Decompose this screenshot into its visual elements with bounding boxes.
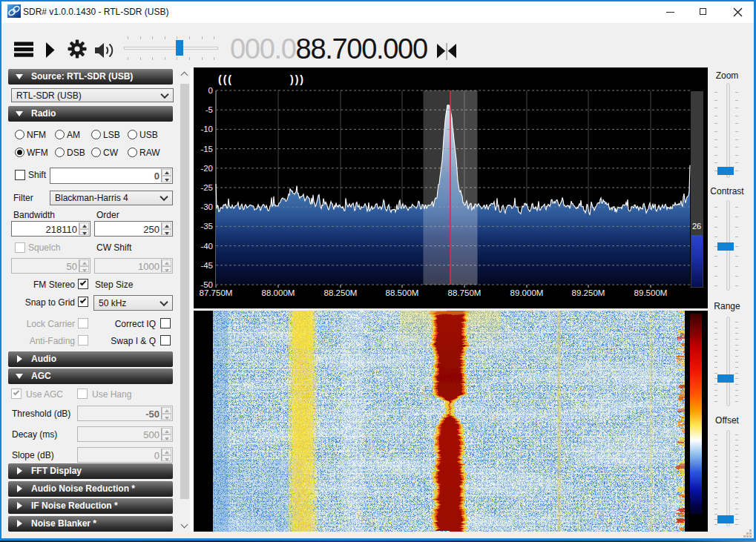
svg-text:-5: -5: [206, 105, 213, 114]
svg-text:88.750M: 88.750M: [448, 288, 481, 297]
svg-text:-15: -15: [200, 145, 213, 153]
svg-text:26: 26: [692, 222, 701, 231]
svg-text:-20: -20: [200, 164, 213, 173]
svg-text:-35: -35: [200, 222, 213, 231]
svg-text:89.250M: 89.250M: [572, 288, 605, 297]
svg-text:(((: (((: [218, 73, 233, 85]
svg-text:89.000M: 89.000M: [510, 288, 544, 297]
svg-text:87.750M: 87.750M: [200, 288, 233, 297]
svg-text:0: 0: [208, 86, 213, 95]
svg-text:))): ))): [290, 73, 305, 85]
svg-text:-40: -40: [200, 242, 213, 251]
svg-text:-45: -45: [200, 261, 213, 270]
svg-text:88.000M: 88.000M: [262, 288, 295, 297]
svg-text:-25: -25: [200, 183, 213, 192]
svg-text:89.500M: 89.500M: [634, 288, 668, 297]
svg-text:88.500M: 88.500M: [386, 288, 419, 297]
svg-text:-10: -10: [200, 125, 213, 133]
svg-text:-30: -30: [200, 202, 213, 211]
svg-text:88.250M: 88.250M: [324, 288, 358, 297]
